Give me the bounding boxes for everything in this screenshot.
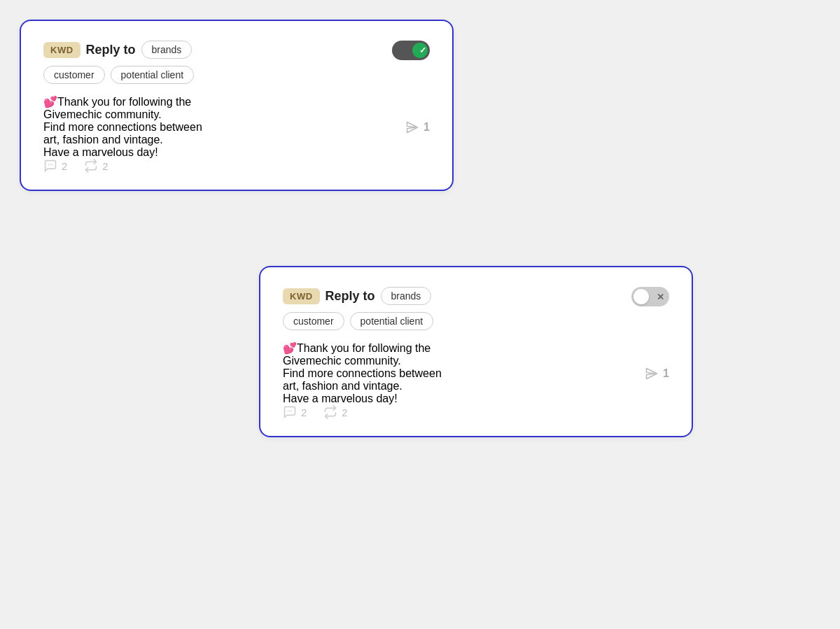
comment-count-1: 2 [43,159,67,173]
svg-point-6 [289,411,290,412]
comment-icon-1 [43,159,57,173]
card-1-text: 💕Thank you for following the Givemechic … [43,95,394,159]
text-line-2-5: Have a marvelous day! [283,393,634,405]
text-line-2-2: Givemechic community. [283,355,634,367]
comment-count-2: 2 [283,405,307,419]
send-count-2: 1 [634,367,669,381]
svg-marker-4 [647,368,657,379]
svg-marker-0 [407,122,418,132]
svg-point-3 [52,164,53,166]
tag-potential-client-2[interactable]: potential client [350,312,434,330]
card-2-body-row: 💕Thank you for following the Givemechic … [283,341,669,405]
kwd-badge-1: KWD [43,42,80,58]
reply-to-label-1: Reply to [86,43,136,57]
text-line-1-5: Have a marvelous day! [43,146,394,159]
text-line-2-3: Find more connections between [283,367,634,380]
comment-icon-2 [283,405,297,419]
comment-count-value-1: 2 [62,160,67,172]
card-2-text: 💕Thank you for following the Givemechic … [283,341,634,405]
tag-customer-2[interactable]: customer [283,312,344,330]
retweet-count-1: 2 [84,159,108,173]
tag-customer-1[interactable]: customer [43,66,105,84]
retweet-count-2: 2 [323,405,347,419]
send-count-value-2: 1 [663,367,669,380]
card-1-footer: 2 2 [43,159,430,173]
card-2-footer: 2 2 [283,405,669,419]
svg-point-7 [291,411,293,412]
tag-brands-2[interactable]: brands [381,287,432,305]
reply-to-label-2: Reply to [326,289,375,304]
card-2-header: KWD Reply to brands ✕ [283,287,669,306]
text-line-1-1: 💕Thank you for following the [43,95,394,108]
send-icon-1 [405,120,419,134]
toggle-check-icon-1: ✓ [419,45,426,55]
card-1-header: KWD Reply to brands ✓ [43,41,430,60]
retweet-icon-2 [323,405,337,419]
retweet-count-value-1: 2 [102,160,108,172]
card-2: KWD Reply to brands ✕ customer potential… [259,266,693,437]
tag-brands-1[interactable]: brands [141,41,192,59]
send-count-1: 1 [394,120,430,134]
retweet-icon-1 [84,159,98,173]
card-2-header-left: KWD Reply to brands [283,287,631,305]
svg-point-5 [288,411,289,412]
svg-point-1 [48,164,50,166]
retweet-count-value-2: 2 [342,407,347,418]
send-count-value-1: 1 [424,121,430,134]
kwd-badge-2: KWD [283,288,320,304]
card-1: KWD Reply to brands ✓ customer potential… [20,20,454,191]
toggle-off-2[interactable]: ✕ [631,287,669,306]
card-1-body-row: 💕Thank you for following the Givemechic … [43,95,430,159]
tags-row-1: customer potential client [43,66,430,84]
text-line-1-3: Find more connections between [43,121,394,134]
tag-potential-client-1[interactable]: potential client [111,66,195,84]
text-line-2-4: art, fashion and vintage. [283,380,634,393]
svg-point-2 [50,164,51,166]
comment-count-value-2: 2 [301,407,307,418]
toggle-on-1[interactable]: ✓ [392,41,430,60]
tags-row-2: customer potential client [283,312,669,330]
text-line-1-4: art, fashion and vintage. [43,134,394,146]
send-icon-2 [645,367,659,381]
card-1-header-left: KWD Reply to brands [43,41,392,59]
text-line-2-1: 💕Thank you for following the [283,341,634,355]
toggle-x-icon-2: ✕ [657,292,664,302]
text-line-1-2: Givemechic community. [43,108,394,121]
